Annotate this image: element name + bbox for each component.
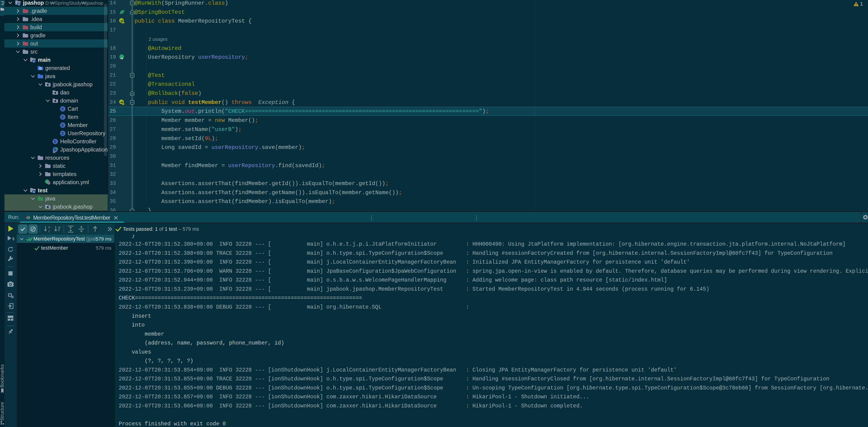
svg-text:z: z xyxy=(48,229,50,233)
svg-text:9: 9 xyxy=(12,237,14,241)
svg-text:C: C xyxy=(62,123,64,128)
svg-text:a: a xyxy=(48,225,50,229)
svg-text:C: C xyxy=(54,140,56,144)
svg-text:C: C xyxy=(62,107,64,111)
svg-text:C: C xyxy=(62,115,64,119)
svg-text:C: C xyxy=(62,131,64,136)
